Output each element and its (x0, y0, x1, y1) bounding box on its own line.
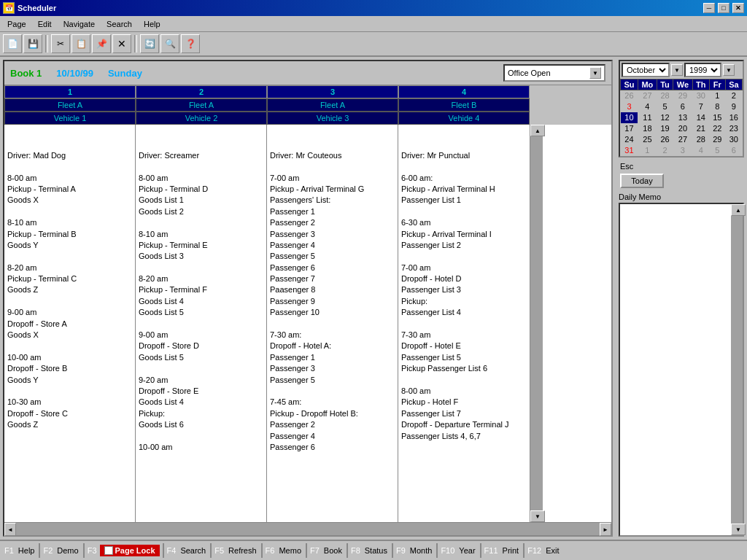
cal-day[interactable]: 12 (657, 112, 673, 123)
cal-day[interactable]: 28 (657, 90, 673, 101)
hscroll-track[interactable] (16, 523, 600, 535)
close-button[interactable]: ✕ (732, 3, 744, 13)
title-text: Scheduler (18, 4, 700, 12)
f11-key[interactable]: F11 (483, 545, 500, 556)
cal-day[interactable]: 13 (673, 112, 692, 123)
cal-day[interactable]: 28 (692, 134, 709, 145)
menu-page[interactable]: Page (1, 18, 32, 30)
cal-day[interactable]: 27 (638, 90, 657, 101)
cal-day[interactable]: 31 (621, 145, 638, 156)
cal-day[interactable]: 26 (621, 90, 638, 101)
cal-day[interactable]: 15 (709, 112, 725, 123)
cal-day[interactable]: 6 (673, 101, 692, 112)
cal-day[interactable]: 22 (709, 123, 725, 134)
menu-help[interactable]: Help (138, 18, 166, 30)
cal-day[interactable]: 21 (692, 123, 709, 134)
toolbar-new[interactable]: 📄 (3, 34, 22, 53)
page-lock-checkbox[interactable]: ✓ (104, 546, 113, 555)
cal-year-select[interactable]: 1999 (684, 63, 721, 77)
cal-day[interactable]: 5 (709, 145, 725, 156)
cal-day[interactable]: 30 (725, 134, 742, 145)
toolbar-help[interactable]: ❓ (181, 34, 200, 53)
toolbar-refresh[interactable]: 🔄 (140, 34, 159, 53)
hscroll-left-button[interactable]: ◄ (4, 523, 16, 536)
cal-month-arrow[interactable]: ▼ (671, 64, 683, 76)
f4-key[interactable]: F4 (166, 545, 178, 556)
menu-search[interactable]: Search (101, 18, 138, 30)
scroll-down-button[interactable]: ▼ (530, 510, 545, 522)
col-scroll-spacer (530, 85, 544, 98)
col-vehicle-3: Vehicle 3 (267, 112, 398, 125)
cal-day[interactable]: 1 (638, 145, 657, 156)
f6-key[interactable]: F6 (264, 545, 276, 556)
col-fleet: Fleet A Fleet A Fleet A Fleet B (4, 98, 611, 112)
f12-key[interactable]: F12 (526, 545, 543, 556)
cal-day[interactable]: 27 (673, 134, 692, 145)
menu-navigate[interactable]: Navigate (58, 18, 101, 30)
f10-key[interactable]: F10 (439, 545, 456, 556)
cal-day[interactable]: 3 (621, 101, 638, 112)
toolbar-paste[interactable]: 📌 (92, 34, 111, 53)
right-panel: October ▼ 1999 ▼ Su Mo Tu We Th Fr (616, 57, 747, 540)
maximize-button[interactable]: □ (718, 3, 729, 13)
hscroll-right-button[interactable]: ► (600, 523, 611, 536)
status-dropdown[interactable]: Office Open ▼ (503, 64, 605, 82)
cal-day[interactable]: 19 (657, 123, 673, 134)
cal-day[interactable]: 18 (638, 123, 657, 134)
f1-key[interactable]: F1 (3, 545, 15, 556)
memo-area[interactable]: ▲ ▼ (619, 203, 744, 537)
cal-day[interactable]: 10 (621, 112, 638, 123)
cal-day[interactable]: 3 (673, 145, 692, 156)
memo-scroll-up[interactable]: ▲ (731, 204, 746, 216)
f8-key[interactable]: F8 (349, 545, 362, 556)
toolbar-save[interactable]: 💾 (23, 34, 42, 53)
scroll-up-button[interactable]: ▲ (530, 125, 545, 136)
toolbar-find[interactable]: 🔍 (160, 34, 179, 53)
scroll-track[interactable] (530, 136, 543, 510)
cal-month-select[interactable]: October (622, 63, 670, 77)
today-button[interactable]: Today (620, 174, 664, 188)
toolbar-delete[interactable]: ✕ (112, 34, 131, 53)
f2-key[interactable]: F2 (42, 545, 54, 556)
toolbar: 📄 💾 ✂ 📋 📌 ✕ 🔄 🔍 ❓ (0, 32, 747, 57)
cal-day[interactable]: 2 (725, 90, 742, 101)
cal-day[interactable]: 25 (638, 134, 657, 145)
col-num-2: 2 (136, 85, 267, 98)
menu-edit[interactable]: Edit (32, 18, 58, 30)
cal-year-arrow[interactable]: ▼ (723, 64, 735, 76)
cal-day[interactable]: 30 (692, 90, 709, 101)
memo-scroll-down[interactable]: ▼ (731, 524, 746, 535)
cal-day[interactable]: 26 (657, 134, 673, 145)
dropdown-arrow-icon[interactable]: ▼ (589, 67, 601, 79)
f5-key[interactable]: F5 (213, 545, 225, 556)
f7-label: Book (321, 545, 345, 556)
cal-day[interactable]: 6 (725, 145, 742, 156)
f3-key[interactable]: F3 (86, 545, 98, 556)
cal-day[interactable]: 16 (725, 112, 742, 123)
f9-key[interactable]: F9 (395, 545, 407, 556)
cal-day[interactable]: 2 (657, 145, 673, 156)
toolbar-cut[interactable]: ✂ (51, 34, 70, 53)
col-fleet-4: Fleet B (398, 98, 530, 112)
f7-key[interactable]: F7 (309, 545, 321, 556)
cal-day[interactable]: 4 (638, 101, 657, 112)
cal-day[interactable]: 14 (692, 112, 709, 123)
cal-day[interactable]: 5 (657, 101, 673, 112)
cal-day[interactable]: 20 (673, 123, 692, 134)
cal-day[interactable]: 9 (725, 101, 742, 112)
toolbar-copy[interactable]: 📋 (71, 34, 90, 53)
memo-scroll-track[interactable] (731, 216, 743, 524)
sched-col-2-content: Driver: Screamer 8-00 am Pickup - Termin… (139, 150, 263, 454)
cal-day[interactable]: 1 (709, 90, 725, 101)
cal-day[interactable]: 29 (709, 134, 725, 145)
cal-day[interactable]: 11 (638, 112, 657, 123)
cal-day[interactable]: 4 (692, 145, 709, 156)
cal-day[interactable]: 17 (621, 123, 638, 134)
minimize-button[interactable]: ─ (703, 3, 715, 13)
cal-day[interactable]: 23 (725, 123, 742, 134)
cal-day[interactable]: 8 (709, 101, 725, 112)
cal-body: 2627282930123456789101112131415161718192… (621, 90, 743, 156)
cal-day[interactable]: 24 (621, 134, 638, 145)
cal-day[interactable]: 29 (673, 90, 692, 101)
cal-day[interactable]: 7 (692, 101, 709, 112)
